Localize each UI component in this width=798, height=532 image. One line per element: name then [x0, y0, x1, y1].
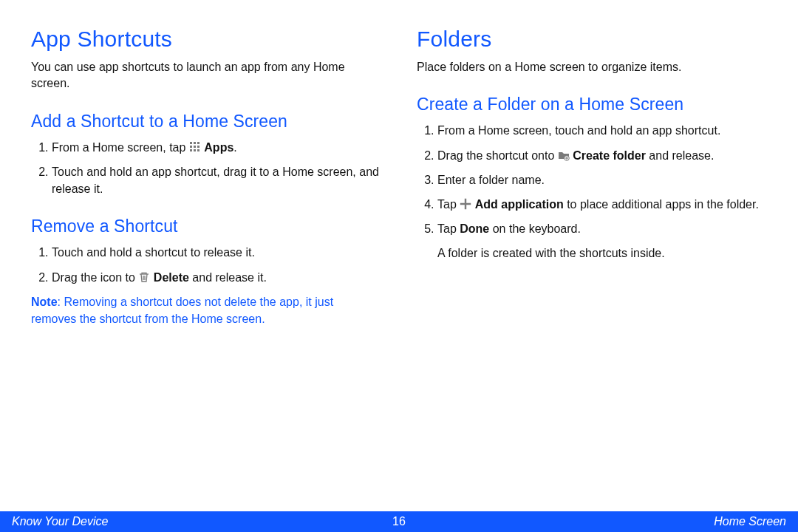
trash-icon [138, 271, 150, 283]
bold-text: Done [460, 222, 489, 235]
svg-rect-6 [190, 149, 192, 151]
svg-rect-3 [190, 146, 192, 148]
list-item: Touch and hold a shortcut to release it. [52, 244, 381, 261]
folder-add-icon [558, 149, 570, 161]
text: and release. [646, 149, 715, 162]
text: . [233, 141, 236, 154]
heading-create-folder: Create a Folder on a Home Screen [417, 95, 767, 115]
note-label: Note [31, 296, 58, 308]
list-item: From a Home screen, tap Apps. [52, 139, 381, 156]
text: Tap [437, 222, 460, 235]
page-footer: Know Your Device 16 Home Screen [0, 511, 798, 532]
text: to place additional apps in the folder. [564, 198, 759, 211]
svg-rect-4 [194, 146, 196, 148]
bold-text: Create folder [573, 149, 646, 162]
svg-rect-2 [197, 142, 200, 144]
svg-rect-5 [197, 146, 200, 148]
heading-folders: Folders [417, 27, 767, 52]
list-item: Touch and hold an app shortcut, drag it … [52, 163, 381, 197]
page-content: App Shortcuts You can use app shortcuts … [0, 0, 798, 488]
footer-left: Know Your Device [12, 515, 108, 528]
heading-add-shortcut: Add a Shortcut to a Home Screen [31, 112, 381, 132]
text: on the keyboard. [489, 222, 581, 235]
bold-text: Delete [154, 271, 189, 284]
list-item: Drag the shortcut onto Create folder and… [437, 147, 767, 164]
list-item: Drag the icon to Delete and release it. [52, 269, 381, 286]
text: and release it. [189, 271, 267, 284]
intro-folders: Place folders on a Home screen to organi… [417, 59, 767, 75]
bold-text: Add application [475, 198, 564, 211]
text: Drag the icon to [52, 271, 138, 284]
footer-page-number: 16 [0, 515, 798, 528]
bold-text: Apps [204, 141, 233, 154]
list-item: Enter a folder name. [437, 171, 767, 188]
column-right: Folders Place folders on a Home screen t… [417, 22, 767, 488]
svg-rect-7 [194, 149, 196, 151]
svg-rect-1 [194, 142, 196, 144]
text: From a Home screen, tap [52, 141, 189, 154]
note-text: : Removing a shortcut does not delete th… [31, 296, 333, 325]
text: Drag the shortcut onto [437, 149, 558, 162]
plus-icon [460, 198, 471, 210]
list-item: Tap Done on the keyboard. [437, 220, 767, 237]
list-add-shortcut: From a Home screen, tap Apps. Touch and … [31, 139, 381, 198]
apps-grid-icon [189, 141, 201, 153]
svg-rect-0 [190, 142, 192, 144]
heading-remove-shortcut: Remove a Shortcut [31, 216, 381, 236]
column-left: App Shortcuts You can use app shortcuts … [31, 22, 381, 488]
svg-rect-8 [197, 149, 200, 151]
text: Tap [437, 198, 460, 211]
text-folder-result: A folder is created with the shortcuts i… [437, 245, 767, 262]
intro-app-shortcuts: You can use app shortcuts to launch an a… [31, 59, 381, 92]
list-item: Tap Add application to place additional … [437, 196, 767, 213]
list-item: From a Home screen, touch and hold an ap… [437, 122, 767, 139]
footer-right: Home Screen [714, 515, 786, 528]
list-remove-shortcut: Touch and hold a shortcut to release it.… [31, 244, 381, 285]
heading-app-shortcuts: App Shortcuts [31, 27, 381, 52]
note-remove-shortcut: Note: Removing a shortcut does not delet… [31, 293, 381, 327]
list-create-folder: From a Home screen, touch and hold an ap… [417, 122, 767, 237]
